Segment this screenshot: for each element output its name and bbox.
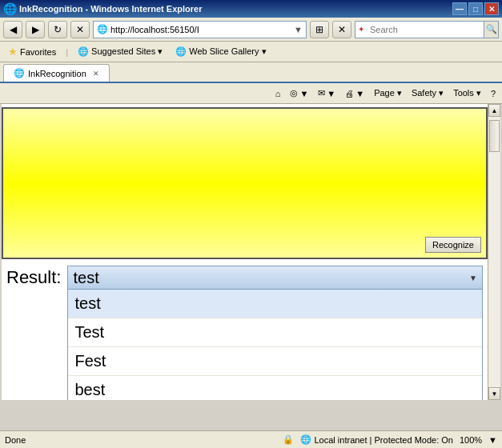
tab-close-icon[interactable]: ✕ xyxy=(93,70,99,78)
refresh-button[interactable]: ↻ xyxy=(48,21,67,38)
scroll-up-button[interactable]: ▲ xyxy=(488,104,500,117)
dropdown-selected[interactable]: test ▼ xyxy=(67,266,483,290)
web-slice-gallery-link[interactable]: 🌐 Web Slice Gallery ▾ xyxy=(172,45,269,58)
ie-fav-icon: 🌐 xyxy=(78,46,89,57)
status-done: Done xyxy=(5,435,26,445)
page-content: Recognize Result: test ▼ test Test Fest … xyxy=(2,107,488,400)
help-button[interactable]: ? xyxy=(488,87,499,100)
ie-logo-icon: 🌐 xyxy=(3,2,16,15)
status-right: 🔒 🌐 Local intranet | Protected Mode: On … xyxy=(283,434,498,445)
tools-menu[interactable]: Tools ▾ xyxy=(450,86,484,100)
safety-menu[interactable]: Safety ▾ xyxy=(408,86,447,100)
tab-bar: 🌐 InkRecognition ✕ xyxy=(0,62,502,83)
home-button[interactable]: ⌂ xyxy=(272,87,284,100)
help-icon: ? xyxy=(491,89,496,98)
recognize-button[interactable]: Recognize xyxy=(425,237,481,253)
window-title: InkRecognition - Windows Internet Explor… xyxy=(19,4,202,14)
page-menu[interactable]: Page ▾ xyxy=(371,86,405,100)
active-tab[interactable]: 🌐 InkRecognition ✕ xyxy=(3,64,110,82)
compat-button[interactable]: ⊞ xyxy=(310,21,329,38)
stop-button[interactable]: ✕ xyxy=(70,21,90,38)
minimize-button[interactable]: — xyxy=(452,2,467,15)
search-button[interactable]: 🔍 xyxy=(484,22,498,38)
status-zone: 🌐 Local intranet | Protected Mode: On xyxy=(300,434,453,445)
maximize-button[interactable]: □ xyxy=(468,2,483,15)
dropdown-option-0[interactable]: test xyxy=(68,290,482,318)
search-bar[interactable]: ✦ 🔍 xyxy=(355,21,499,38)
zoom-dropdown-icon: ▼ xyxy=(488,435,497,445)
zoom-label: 100% xyxy=(460,435,482,445)
favorites-label: Favorites xyxy=(20,47,56,57)
scroll-down-button[interactable]: ▼ xyxy=(488,387,500,400)
status-bar: Done 🔒 🌐 Local intranet | Protected Mode… xyxy=(0,430,502,448)
back-button[interactable]: ◀ xyxy=(3,21,22,38)
feed-dropdown-icon: ▼ xyxy=(299,89,308,98)
tools-label: Tools ▾ xyxy=(453,88,481,98)
result-row: Result: test ▼ test Test Fest best xyxy=(2,259,488,400)
mail-icon: ✉ xyxy=(318,88,325,98)
status-left: Done xyxy=(5,435,26,445)
favorites-bar: ★ Favorites | 🌐 Suggested Sites ▾ 🌐 Web … xyxy=(0,42,502,62)
address-input[interactable] xyxy=(110,25,294,34)
window-controls[interactable]: — □ ✕ xyxy=(452,2,499,15)
ie-status-icon: 🌐 xyxy=(300,434,311,445)
result-label: Result: xyxy=(6,266,61,288)
address-go-btn[interactable]: ▼ xyxy=(294,25,303,34)
browser-content: ▲ ▼ Recognize Result: test ▼ test Test F… xyxy=(2,104,500,400)
tab-label: InkRecognition xyxy=(28,69,86,78)
suggested-sites-link[interactable]: 🌐 Suggested Sites ▾ xyxy=(74,45,166,58)
star-icon: ★ xyxy=(8,46,18,58)
live-search-icon: ✦ xyxy=(355,25,367,34)
security-icon: 🌐 xyxy=(97,24,108,34)
ie-webslice-icon: 🌐 xyxy=(175,46,187,57)
print-button[interactable]: 🖨 ▼ xyxy=(342,87,367,100)
recognition-dropdown[interactable]: test ▼ test Test Fest best xyxy=(67,266,483,400)
search-input[interactable] xyxy=(367,25,484,34)
favorites-button[interactable]: ★ Favorites xyxy=(5,44,59,59)
selected-value: test xyxy=(73,269,98,287)
nav-bar: ◀ ▶ ↻ ✕ 🌐 ▼ ⊞ ✕ ✦ 🔍 xyxy=(0,18,502,42)
forward-button[interactable]: ▶ xyxy=(26,21,45,38)
suggested-sites-label: Suggested Sites ▾ xyxy=(91,46,163,57)
tab-icon: 🌐 xyxy=(14,68,25,78)
print-icon: 🖨 xyxy=(345,89,354,98)
print-dropdown-icon: ▼ xyxy=(355,89,364,98)
home-icon: ⌂ xyxy=(275,89,281,98)
scroll-thumb[interactable] xyxy=(489,120,500,152)
dropdown-option-1[interactable]: Test xyxy=(68,318,482,347)
dropdown-arrow-icon: ▼ xyxy=(469,274,477,282)
mail-button[interactable]: ✉ ▼ xyxy=(315,86,339,100)
close-button[interactable]: ✕ xyxy=(484,2,499,15)
ink-canvas[interactable]: Recognize xyxy=(2,107,488,259)
title-bar: 🌐 InkRecognition - Windows Internet Expl… xyxy=(0,0,502,18)
feed-button[interactable]: ◎ ▼ xyxy=(287,86,311,100)
mail-dropdown-icon: ▼ xyxy=(327,89,335,98)
dropdown-option-2[interactable]: Fest xyxy=(68,347,482,376)
refresh-stop-button[interactable]: ✕ xyxy=(332,21,351,38)
dropdown-option-3[interactable]: best xyxy=(68,376,482,400)
outer-scrollbar[interactable]: ▲ ▼ xyxy=(488,104,500,400)
security-icon-status: 🔒 xyxy=(283,434,294,445)
dropdown-list: test Test Fest best xyxy=(67,290,483,400)
feed-icon: ◎ xyxy=(290,88,298,98)
zone-label: Local intranet | Protected Mode: On xyxy=(315,435,453,445)
web-slice-label: Web Slice Gallery ▾ xyxy=(189,46,266,57)
safety-label: Safety ▾ xyxy=(412,88,444,98)
address-bar[interactable]: 🌐 ▼ xyxy=(93,21,307,38)
toolbar: ⌂ ◎ ▼ ✉ ▼ 🖨 ▼ Page ▾ Safety ▾ Tools ▾ ? xyxy=(0,83,502,104)
page-label: Page ▾ xyxy=(374,88,402,98)
